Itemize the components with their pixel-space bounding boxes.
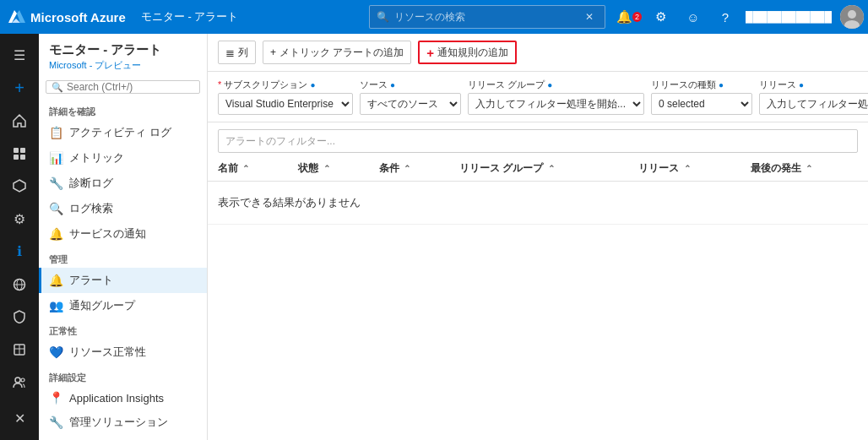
add-metric-alert-button[interactable]: + メトリック アラートの追加 [263, 41, 411, 64]
info-icon[interactable]: ℹ [4, 237, 35, 267]
security-icon[interactable] [4, 302, 35, 332]
sidebar-item-network-watcher[interactable]: 🔌 ネットワーク ウォッチャー [39, 435, 207, 440]
plus-red-icon: + [426, 46, 434, 60]
sidebar-title: モニター - アラート [49, 42, 197, 58]
sidebar-item-management-solutions[interactable]: 🔧 管理ソリューション [39, 410, 207, 435]
sidebar-search-input[interactable] [67, 81, 194, 93]
col-name[interactable]: 名前 ⌃ [208, 156, 288, 182]
help-icon[interactable]: ? [713, 5, 737, 29]
table-row: 表示できる結果がありません [208, 182, 868, 225]
resources-icon[interactable] [4, 171, 35, 201]
columns-button[interactable]: ≣ 列 [218, 41, 256, 64]
sidebar-item-service-notification[interactable]: 🔔 サービスの通知 [39, 221, 207, 247]
table-body: 表示できる結果がありません [208, 182, 868, 225]
sidebar-header: モニター - アラート Microsoft - プレビュー [39, 34, 207, 75]
global-search-input[interactable] [394, 11, 580, 23]
svg-rect-8 [14, 155, 19, 160]
sidebar-item-resource-health[interactable]: 💙 リソース正常性 [39, 340, 207, 365]
subscription-filter: * サブスクリプション ● Visual Studio Enterprise [218, 79, 353, 115]
hamburger-menu-button[interactable]: ☰ [4, 41, 35, 70]
columns-icon: ≣ [225, 46, 235, 59]
users-icon[interactable] [4, 368, 35, 398]
subscription-select[interactable]: Visual Studio Enterprise [218, 93, 353, 115]
alert-search-box[interactable] [218, 129, 858, 153]
sidebar-item-activity-log[interactable]: 📋 アクティビティ ログ [39, 120, 207, 145]
svg-rect-6 [14, 148, 19, 153]
release-select[interactable]: 入力してフィルター処理を開始... [759, 93, 868, 115]
sidebar-section-management: 管理 [39, 247, 207, 268]
sidebar-item-label: 管理ソリューション [69, 415, 168, 430]
sidebar-item-log-search[interactable]: 🔍 ログ検索 [39, 196, 207, 221]
svg-point-18 [21, 378, 24, 382]
sort-icon: ⌃ [242, 164, 249, 173]
source-select[interactable]: すべてのソース [360, 93, 461, 115]
sidebar-section-health: 正常性 [39, 318, 207, 340]
new-resource-button[interactable]: + [4, 73, 35, 103]
sidebar-item-label: メトリック [69, 150, 124, 166]
alert-search-input[interactable] [225, 135, 850, 147]
main-layout: ☰ + ⚙ ℹ ✕ モニター - アラート Microsoft - プレビュー … [0, 34, 868, 440]
no-results-text: 表示できる結果がありません [208, 182, 868, 225]
svg-rect-9 [20, 155, 25, 160]
svg-marker-10 [14, 180, 25, 192]
avatar[interactable] [840, 5, 864, 29]
topbar-title: モニター - アラート [141, 9, 239, 24]
activity-log-icon: 📋 [49, 126, 62, 139]
release-group-info-icon: ● [547, 80, 552, 90]
col-release-group[interactable]: リリース グループ ⌃ [449, 156, 628, 182]
notification-icon[interactable]: 🔔2 [617, 5, 641, 29]
release-group-filter: リリース グループ ● 入力してフィルター処理を開始... [468, 79, 644, 115]
sidebar-item-label: ログ検索 [69, 201, 113, 216]
source-label: ソース ● [360, 79, 461, 91]
globe-icon[interactable] [4, 269, 35, 299]
sidebar-item-metrics[interactable]: 📊 メトリック [39, 145, 207, 171]
release-info-icon: ● [799, 80, 804, 90]
sidebar-search-icon: 🔍 [52, 82, 63, 93]
global-search[interactable]: 🔍 ✕ [369, 5, 605, 29]
sort-icon: ⌃ [548, 164, 555, 173]
alerts-table: 名前 ⌃ 状態 ⌃ 条件 ⌃ リリース グループ ⌃ リリース ⌃ [208, 156, 868, 225]
col-last-occurrence[interactable]: 最後の発生 ⌃ [741, 156, 868, 182]
clear-search-icon[interactable]: ✕ [585, 11, 594, 23]
content-toolbar: ≣ 列 + メトリック アラートの追加 + 通知規則の追加 [208, 34, 868, 72]
filters-row: * サブスクリプション ● Visual Studio Enterprise ソ… [208, 72, 868, 122]
svg-point-4 [848, 10, 856, 19]
service-notification-icon: 🔔 [49, 227, 62, 241]
log-search-icon: 🔍 [49, 202, 62, 215]
sidebar-item-label: リソース正常性 [69, 345, 146, 360]
box-icon[interactable] [4, 335, 35, 365]
sidebar-item-diagnostics[interactable]: 🔧 診断ログ [39, 171, 207, 196]
sidebar-item-application-insights[interactable]: 📍 Application Insights [39, 386, 207, 410]
settings-icon[interactable]: ⚙ [649, 5, 673, 29]
user-name[interactable]: ████████████ [746, 11, 832, 23]
gear-icon[interactable]: ⚙ [4, 204, 35, 234]
release-filter: リリース ● 入力してフィルター処理を開始... [759, 79, 868, 115]
home-icon[interactable] [4, 106, 35, 136]
sidebar-subtitle[interactable]: Microsoft - プレビュー [49, 60, 141, 70]
subscription-info-icon: ● [310, 80, 315, 90]
sidebar-item-notification-groups[interactable]: 👥 通知グループ [39, 293, 207, 318]
alerts-icon: 🔔 [49, 274, 62, 287]
sort-icon: ⌃ [684, 164, 691, 173]
source-info-icon: ● [390, 80, 395, 90]
feedback-icon[interactable]: ☺ [681, 5, 705, 29]
col-condition[interactable]: 条件 ⌃ [369, 156, 449, 182]
col-status[interactable]: 状態 ⌃ [288, 156, 368, 182]
sidebar-search-box[interactable]: 🔍 [46, 80, 200, 94]
release-type-filter: リリースの種類 ● 0 selected [651, 79, 752, 115]
release-group-select[interactable]: 入力してフィルター処理を開始... [468, 93, 644, 115]
release-label: リリース ● [759, 79, 868, 91]
close-icon[interactable]: ✕ [4, 404, 35, 433]
dashboard-icon[interactable] [4, 139, 35, 168]
content-area: ≣ 列 + メトリック アラートの追加 + 通知規則の追加 * サブスクリプショ… [208, 34, 868, 440]
add-alert-rule-button[interactable]: + 通知規則の追加 [418, 41, 517, 64]
release-group-label: リリース グループ ● [468, 79, 644, 91]
topbar-right: 🔍 ✕ 🔔2 ⚙ ☺ ? ████████████ [369, 5, 860, 29]
sidebar-item-label: アラート [69, 273, 113, 288]
topbar: Microsoft Azure モニター - アラート 🔍 ✕ 🔔2 ⚙ ☺ ?… [0, 0, 868, 34]
table-header: 名前 ⌃ 状態 ⌃ 条件 ⌃ リリース グループ ⌃ リリース ⌃ [208, 156, 868, 182]
icon-bar: ☰ + ⚙ ℹ ✕ [0, 34, 39, 440]
col-release[interactable]: リリース ⌃ [628, 156, 741, 182]
sidebar-item-alerts[interactable]: 🔔 アラート [39, 268, 207, 293]
release-type-select[interactable]: 0 selected [651, 93, 752, 115]
